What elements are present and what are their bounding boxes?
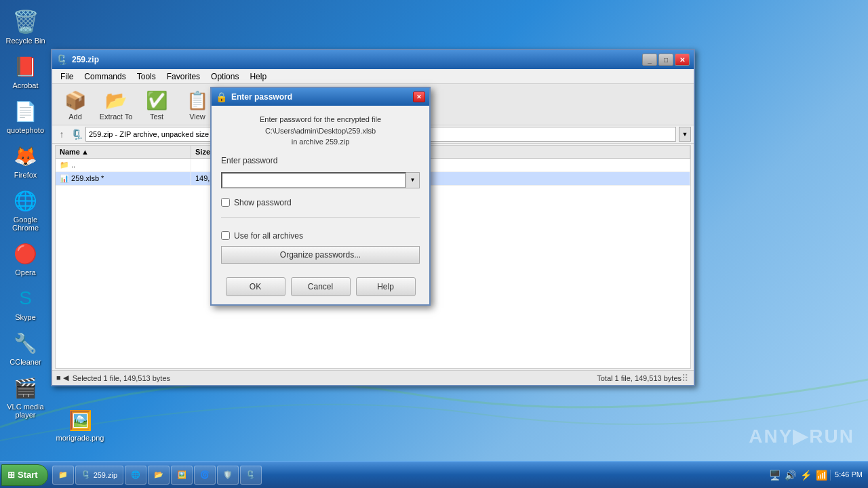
taskbar-item-security[interactable]: 🛡️ (217, 466, 239, 485)
dialog-titlebar: 🔒 Enter password ✕ (212, 88, 429, 106)
password-input-row: ▼ (221, 172, 420, 188)
folder-icon: 📂 (154, 470, 163, 479)
paint-icon: 🖼️ (177, 470, 186, 479)
use-for-all-checkbox[interactable] (221, 231, 230, 240)
help-button[interactable]: Help (356, 277, 416, 296)
windows-icon: ⊞ (7, 470, 15, 480)
dialog-overlay: 🔒 Enter password ✕ Enter password for th… (0, 0, 868, 488)
desktop: 🗑️ Recycle Bin 📕 Acrobat 📄 quotephoto 🦊 … (0, 0, 868, 488)
taskbar-item-explorer[interactable]: 📁 (52, 466, 74, 485)
ie-icon: 🌐 (131, 470, 140, 479)
password-input[interactable] (221, 172, 406, 188)
dialog-info-line2: C:\Users\admin\Desktop\259.xlsb (221, 125, 420, 137)
tray-volume-icon[interactable]: 🔊 (785, 470, 796, 481)
dialog-close-button[interactable]: ✕ (413, 92, 425, 102)
chrome-taskbar-icon: 🌀 (200, 470, 210, 479)
taskbar-item-259zip[interactable]: 🗜️ 259.zip (75, 466, 123, 485)
dialog-footer: OK Cancel Help (212, 272, 429, 304)
use-for-all-row: Use for all archives (221, 231, 420, 241)
zip-taskbar-icon: 🗜️ (81, 470, 91, 479)
tray-network-icon[interactable]: 🖥️ (769, 470, 781, 481)
clock-time: 5:46 PM (835, 470, 863, 480)
dialog-info: Enter password for the encrypted file C:… (221, 114, 420, 148)
taskbar-item-paint[interactable]: 🖼️ (171, 466, 193, 485)
dialog-title-icon: 🔒 (216, 92, 227, 102)
taskbar-items: 📁 🗜️ 259.zip 🌐 📂 🖼️ 🌀 🛡️ (50, 462, 761, 488)
ok-button[interactable]: OK (226, 277, 285, 296)
taskbar-item-ie[interactable]: 🌐 (125, 466, 146, 485)
winrar-taskbar-icon: 🗜️ (246, 470, 256, 479)
zip-taskbar-label: 259.zip (94, 471, 117, 479)
taskbar-item-folder[interactable]: 📂 (148, 466, 170, 485)
taskbar-item-chrome[interactable]: 🌀 (194, 466, 216, 485)
taskbar: ⊞ Start 📁 🗜️ 259.zip 🌐 📂 🖼️ (0, 461, 868, 488)
tray-network2-icon[interactable]: 📶 (816, 470, 827, 481)
dialog-info-line1: Enter password for the encrypted file (221, 114, 420, 125)
password-dropdown[interactable]: ▼ (406, 172, 420, 188)
enter-password-dialog: 🔒 Enter password ✕ Enter password for th… (210, 87, 431, 306)
tray-icons: 🖥️ 🔊 ⚡ 📶 (766, 470, 831, 481)
dialog-info-line3: in archive 259.zip (221, 136, 420, 148)
dialog-body: Enter password for the encrypted file C:… (212, 106, 429, 272)
dialog-title: Enter password (231, 92, 409, 102)
tray-power-icon[interactable]: ⚡ (800, 470, 812, 481)
show-password-label[interactable]: Show password (234, 198, 292, 207)
show-password-checkbox[interactable] (221, 198, 230, 207)
explorer-icon: 📁 (58, 470, 68, 479)
use-for-all-label[interactable]: Use for all archives (234, 231, 303, 241)
start-button[interactable]: ⊞ Start (1, 464, 48, 486)
security-icon: 🛡️ (223, 470, 233, 479)
start-label: Start (18, 470, 38, 480)
taskbar-item-winrar[interactable]: 🗜️ (240, 466, 262, 485)
password-label: Enter password (221, 156, 420, 165)
organize-passwords-button[interactable]: Organize passwords... (221, 246, 420, 264)
cancel-button[interactable]: Cancel (291, 277, 351, 296)
section-divider (221, 217, 420, 218)
show-password-row: Show password (221, 198, 420, 207)
taskbar-clock[interactable]: 5:46 PM (835, 470, 863, 480)
system-tray: 🖥️ 🔊 ⚡ 📶 5:46 PM (761, 470, 868, 481)
